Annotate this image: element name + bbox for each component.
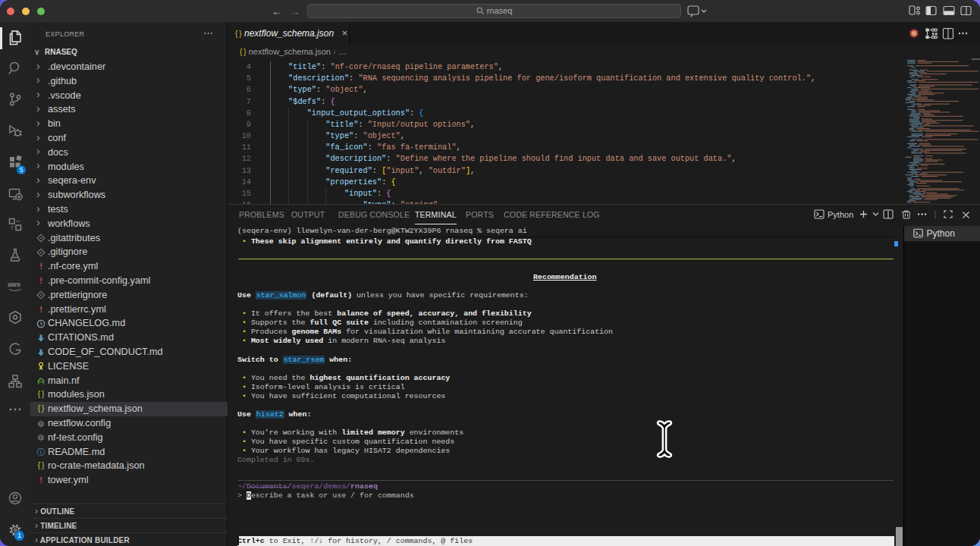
svg-text:Python: Python [828, 210, 853, 219]
